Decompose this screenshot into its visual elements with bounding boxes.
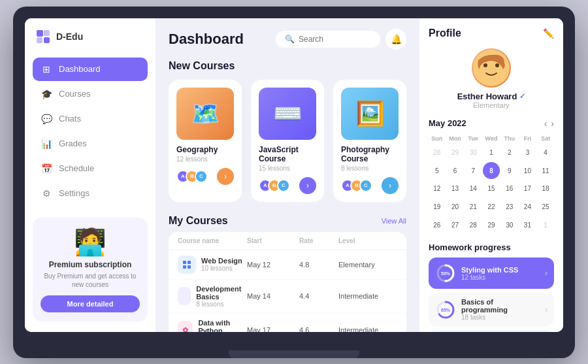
cal-day[interactable]: 6 <box>447 162 464 179</box>
table-row[interactable]: ✿ Data with Python 5 lessons May 17 4.6 … <box>169 314 406 332</box>
js-card-lessons: 15 lessons <box>259 165 316 172</box>
cal-label-Sat: Sat <box>537 134 554 143</box>
course-card-geo[interactable]: 🗺️ Geography 12 lessons ABC › <box>169 80 242 202</box>
table-row[interactable]: Development Basics 8 lessons May 14 4.4 … <box>169 280 406 314</box>
course-cards: 🗺️ Geography 12 lessons ABC › ⌨️ JavaScr… <box>169 80 406 202</box>
cal-day[interactable]: 28 <box>429 144 446 161</box>
sidebar: D-Edu ⊞Dashboard🎓Courses💬Chats📊Grades📅Sc… <box>25 18 155 332</box>
sidebar-item-settings[interactable]: ⚙Settings <box>33 182 148 205</box>
cal-prev-button[interactable]: ‹ <box>544 118 547 129</box>
dashboard-nav-label: Dashboard <box>59 64 101 74</box>
premium-card: 🧑‍💻 Premium subscription Buy Premium and… <box>33 218 148 322</box>
cal-day[interactable]: 2 <box>501 144 518 161</box>
cal-day[interactable]: 3 <box>519 144 536 161</box>
cal-day[interactable]: 9 <box>501 162 518 179</box>
sidebar-item-courses[interactable]: 🎓Courses <box>33 82 148 106</box>
cal-day[interactable]: 11 <box>537 162 554 179</box>
cal-day[interactable]: 24 <box>519 199 536 216</box>
prog-info: Basics of programming 18 tasks <box>461 298 540 321</box>
table-header: Course name Start Rate Level <box>169 232 406 250</box>
cal-day[interactable]: 5 <box>429 162 446 179</box>
cal-day[interactable]: 28 <box>465 216 482 233</box>
sidebar-item-schedule[interactable]: 📅Schedule <box>33 157 148 180</box>
cal-day[interactable]: 4 <box>537 144 554 161</box>
cal-day[interactable]: 29 <box>447 144 464 161</box>
settings-nav-icon: ⚙ <box>41 188 52 199</box>
chats-nav-label: Chats <box>59 114 81 124</box>
table-row[interactable]: Web Design 10 lessons May 12 4.8 Element… <box>169 250 406 280</box>
premium-title: Premium subscription <box>41 260 140 269</box>
homework-items: 50% Styling with CSS 12 tasks › 65% Basi… <box>429 257 554 331</box>
photo-card-title: Photography Course <box>341 145 399 163</box>
cal-day[interactable]: 31 <box>519 216 536 233</box>
search-input[interactable] <box>299 35 371 44</box>
cal-day[interactable]: 18 <box>537 180 554 197</box>
photo-arrow[interactable]: › <box>382 177 399 194</box>
search-bar[interactable]: 🔍 <box>276 31 380 48</box>
course-card-js[interactable]: ⌨️ JavaScript Course 15 lessons ABC › <box>251 80 324 202</box>
calendar-nav: ‹ › <box>544 118 554 129</box>
cal-next-button[interactable]: › <box>551 118 554 129</box>
cal-day[interactable]: 12 <box>429 180 446 197</box>
sidebar-item-grades[interactable]: 📊Grades <box>33 132 148 156</box>
svg-rect-0 <box>37 30 43 37</box>
laptop-base <box>229 350 359 358</box>
dp-level: Intermediate <box>338 326 397 332</box>
cal-day[interactable]: 13 <box>447 180 464 197</box>
cal-day[interactable]: 25 <box>537 199 554 216</box>
chats-nav-icon: 💬 <box>41 113 52 125</box>
cal-day[interactable]: 30 <box>501 216 518 233</box>
cal-day-today[interactable]: 8 <box>483 162 500 179</box>
profile-name: Esther Howard ✓ <box>429 91 554 101</box>
cal-day[interactable]: 14 <box>465 180 482 197</box>
wd-start: May 12 <box>247 261 299 269</box>
edit-button[interactable]: ✏️ <box>543 28 554 39</box>
dp-name: Data with Python <box>198 319 247 332</box>
cal-day[interactable]: 22 <box>483 199 500 216</box>
premium-button[interactable]: More detailed <box>41 295 140 312</box>
js-arrow[interactable]: › <box>299 177 316 194</box>
sidebar-item-chats[interactable]: 💬Chats <box>33 107 148 131</box>
course-card-photo[interactable]: 🖼️ Photography Course 8 lessons ABC › <box>333 80 406 202</box>
courses-nav-label: Courses <box>59 89 90 99</box>
hw-item-prog[interactable]: 65% Basics of programming 18 tasks › <box>429 293 554 326</box>
cal-day[interactable]: 29 <box>483 216 500 233</box>
cal-day[interactable]: 21 <box>465 199 482 216</box>
cal-day[interactable]: 17 <box>519 180 536 197</box>
cal-day[interactable]: 1 <box>483 144 500 161</box>
dashboard-nav-icon: ⊞ <box>41 63 52 75</box>
hw-item-java[interactable]: 25% Learn to Program in Java 10 tasks › <box>429 330 554 331</box>
logo-icon <box>35 29 51 44</box>
cal-day[interactable]: 15 <box>483 180 500 197</box>
cal-day[interactable]: 27 <box>447 216 464 233</box>
svg-rect-2 <box>37 37 42 43</box>
hw-item-css[interactable]: 50% Styling with CSS 12 tasks › <box>429 257 554 289</box>
geo-avatars: ABC <box>176 170 208 183</box>
cal-day[interactable]: 26 <box>429 216 446 233</box>
profile-panel-title: Profile <box>429 27 461 39</box>
logo-area: D-Edu <box>33 29 148 44</box>
view-all-link[interactable]: View All <box>382 217 406 225</box>
svg-rect-5 <box>188 261 191 264</box>
main-header: Dashboard 🔍 🔔 <box>169 29 406 50</box>
cal-day[interactable]: 16 <box>501 180 518 197</box>
course-name-cell-wd: Web Design 10 lessons <box>178 256 247 274</box>
cal-day[interactable]: 30 <box>465 144 482 161</box>
cal-day[interactable]: 20 <box>447 199 464 216</box>
js-avatars: ABC <box>259 179 290 192</box>
homework-title: Homework progress <box>429 242 554 252</box>
cal-day[interactable]: 23 <box>501 199 518 216</box>
cal-day[interactable]: 7 <box>465 162 482 179</box>
cal-day[interactable]: 19 <box>429 199 446 216</box>
photo-card-lessons: 8 lessons <box>341 165 399 172</box>
css-info: Styling with CSS 12 tasks <box>461 266 540 281</box>
svg-rect-6 <box>183 265 186 269</box>
cal-day[interactable]: 10 <box>519 162 536 179</box>
calendar-grid: SunMonTueWedThuFriSat2829301234567891011… <box>429 134 554 234</box>
sidebar-item-dashboard[interactable]: ⊞Dashboard <box>33 58 148 81</box>
bell-button[interactable]: 🔔 <box>385 29 406 50</box>
logo-text: D-Edu <box>56 31 83 42</box>
geo-arrow[interactable]: › <box>217 168 234 185</box>
grades-nav-label: Grades <box>59 139 87 148</box>
cal-day[interactable]: 1 <box>537 216 554 233</box>
